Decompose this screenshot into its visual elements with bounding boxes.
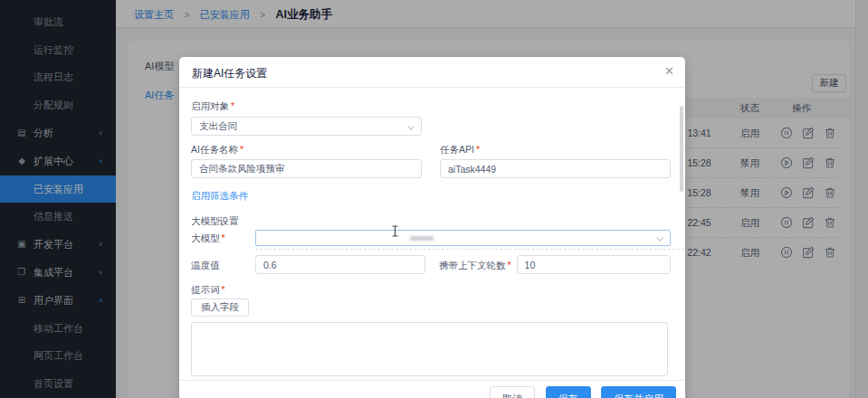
enable-filter-link[interactable]: 启用筛选条件 bbox=[191, 190, 248, 203]
modal-body: 启用对象* 支出合同 AI任务名称* 任务API* 启用筛选条件 大模型设置 大… bbox=[179, 88, 685, 380]
required-mark: * bbox=[231, 100, 234, 111]
task-name-input[interactable] bbox=[191, 159, 422, 178]
task-api-input[interactable] bbox=[440, 159, 671, 178]
app-root: { "sidebar": { "items": [ {"label":"业务流程… bbox=[0, 0, 868, 398]
context-rounds-input[interactable] bbox=[517, 255, 671, 274]
save-and-enable-button[interactable]: 保存并启用 bbox=[601, 386, 676, 398]
temperature-input[interactable] bbox=[255, 255, 425, 274]
modal-footer: 取消 保存 保存并启用 bbox=[179, 380, 685, 398]
text-cursor bbox=[391, 225, 399, 237]
model-settings-section-title: 大模型设置 bbox=[191, 215, 671, 228]
modal-title: 新建AI任务设置 bbox=[192, 66, 267, 81]
dropdown-remnant-divider bbox=[255, 249, 684, 250]
prompt-label: 提示词* bbox=[191, 283, 671, 296]
required-mark: * bbox=[508, 260, 511, 270]
model-select[interactable] bbox=[255, 230, 671, 246]
cancel-button[interactable]: 取消 bbox=[490, 386, 535, 398]
model-label: 大模型* bbox=[191, 232, 255, 244]
close-icon[interactable]: ✕ bbox=[664, 63, 674, 80]
save-button[interactable]: 保存 bbox=[546, 386, 591, 398]
modal-header: 新建AI任务设置 ✕ bbox=[179, 57, 685, 88]
prompt-textarea[interactable] bbox=[191, 322, 668, 376]
required-mark: * bbox=[476, 144, 480, 155]
required-mark: * bbox=[222, 232, 225, 243]
task-name-label: AI任务名称* bbox=[191, 143, 422, 156]
task-api-label: 任务API* bbox=[440, 143, 671, 156]
enable-object-label: 启用对象* bbox=[191, 100, 234, 111]
chevron-down-icon bbox=[656, 234, 663, 242]
required-mark: * bbox=[240, 144, 243, 155]
enable-object-select[interactable]: 支出合同 bbox=[191, 117, 422, 136]
ghost-option-text bbox=[410, 236, 434, 241]
chevron-down-icon bbox=[407, 123, 415, 130]
insert-field-button[interactable]: 插入字段 bbox=[191, 298, 249, 317]
required-mark: * bbox=[222, 284, 225, 295]
modal-scrollbar-thumb[interactable] bbox=[680, 106, 683, 192]
temperature-label: 温度值 bbox=[191, 259, 255, 271]
new-ai-task-modal: 新建AI任务设置 ✕ 启用对象* 支出合同 AI任务名称* 任务API* 启用筛… bbox=[179, 57, 685, 398]
context-rounds-label: 携带上下文轮数* bbox=[439, 259, 511, 271]
